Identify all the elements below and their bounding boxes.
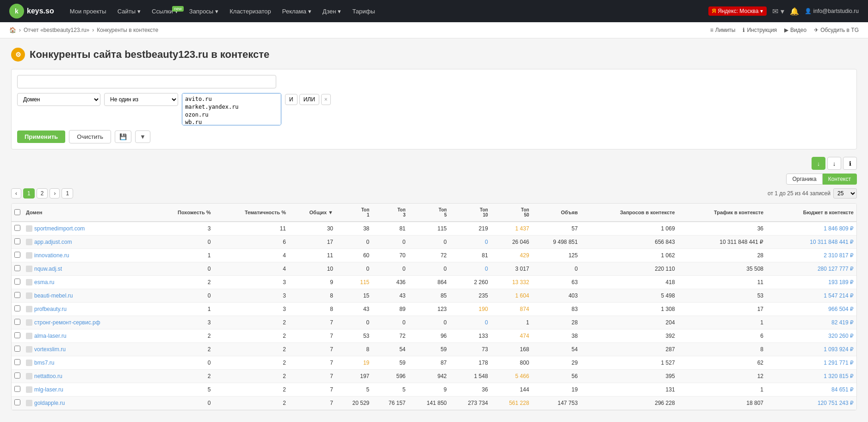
domain-link[interactable]: alma-laser.ru: [26, 333, 149, 339]
domain-textarea[interactable]: avito.ru market.yandex.ru ozon.ru wb.ru …: [182, 93, 281, 125]
apply-button[interactable]: Применить: [17, 130, 65, 143]
select-all-checkbox[interactable]: [14, 209, 20, 215]
domain-link[interactable]: nquw.adj.st: [26, 266, 149, 272]
video-action[interactable]: ▶ Видео: [784, 27, 806, 33]
table-cell: 144: [491, 383, 532, 397]
header: k keys.so Мои проекты Сайты ▾ Ссылки ▾ n…: [0, 0, 868, 22]
instruction-action[interactable]: ℹ Инструкция: [743, 27, 777, 33]
export-button[interactable]: ↓: [827, 157, 841, 170]
table-cell: 4: [213, 249, 289, 262]
col-top10: Топ10: [450, 204, 491, 222]
or-button[interactable]: ИЛИ: [299, 94, 319, 105]
table-cell: 0: [450, 262, 491, 276]
table-cell: 1 846 809 ₽: [766, 222, 856, 236]
nav-item-cluster[interactable]: Кластеризатор: [225, 5, 276, 18]
row-checkbox[interactable]: [14, 292, 20, 298]
nav-item-dzen[interactable]: Дзен ▾: [318, 5, 346, 18]
page-1-button[interactable]: 1: [23, 188, 35, 199]
table-cell: 10 311 848 441 ₽: [766, 236, 856, 249]
nav-item-tariffs[interactable]: Тарифы: [347, 5, 379, 18]
domain-cell: nettattoo.ru: [23, 370, 151, 383]
table-cell: 7: [289, 356, 336, 370]
reset-button[interactable]: Очистить: [69, 130, 111, 143]
table-cell: 11: [213, 222, 289, 236]
row-checkbox[interactable]: [14, 238, 20, 244]
user-info[interactable]: 👤 info@bartstudio.ru: [805, 8, 859, 14]
domain-link[interactable]: vortexslim.ru: [26, 346, 149, 353]
nav-item-sites[interactable]: Сайты ▾: [113, 5, 145, 18]
domain-link[interactable]: bms7.ru: [26, 360, 149, 366]
row-checkbox[interactable]: [14, 279, 20, 285]
domain-link[interactable]: esma.ru: [26, 279, 149, 285]
prev-page-button[interactable]: ‹: [11, 188, 21, 199]
context-view-button[interactable]: Контекст: [823, 174, 857, 185]
table-cell: 30: [289, 222, 336, 236]
table-cell: 1 062: [581, 249, 678, 262]
domain-link[interactable]: nettattoo.ru: [26, 373, 149, 379]
domain-link[interactable]: beauti-mebel.ru: [26, 292, 149, 299]
organic-view-button[interactable]: Органика: [786, 174, 822, 185]
info-button[interactable]: ℹ: [843, 157, 857, 170]
next-page-button[interactable]: ›: [50, 188, 60, 199]
domain-link[interactable]: profbeauty.ru: [26, 306, 149, 312]
row-checkbox[interactable]: [14, 319, 20, 325]
table-cell: 0: [336, 316, 372, 329]
row-checkbox[interactable]: [14, 252, 20, 258]
nav-item-queries[interactable]: Запросы ▾: [185, 5, 223, 18]
table-cell: 53: [336, 329, 372, 343]
clear-filter-button[interactable]: ×: [321, 94, 331, 105]
row-checkbox[interactable]: [14, 225, 20, 231]
header-right: Я Яндекс: Москва ▾ ✉ ▾ 🔔 👤 info@bartstud…: [708, 6, 859, 16]
logo[interactable]: k keys.so: [9, 4, 54, 19]
domain-link[interactable]: mlg-laser.ru: [26, 386, 149, 393]
table-cell: 9: [409, 383, 450, 397]
domain-link[interactable]: стронг-ремонт-сервис.рф: [26, 319, 149, 326]
table-cell: 5 498: [581, 289, 678, 303]
tg-action[interactable]: ✈ Обсудить в TG: [814, 27, 859, 33]
row-checkbox-cell: [12, 262, 23, 276]
domain-link[interactable]: innovatione.ru: [26, 252, 149, 259]
nav-item-links[interactable]: Ссылки ▾ new: [147, 5, 183, 18]
row-checkbox[interactable]: [14, 305, 20, 311]
and-button[interactable]: И: [285, 94, 298, 105]
table-cell: 2: [213, 329, 289, 343]
favicon: [26, 373, 32, 379]
domain-link[interactable]: goldapple.ru: [26, 400, 149, 406]
save-filter-icon[interactable]: 💾: [115, 130, 131, 143]
domain-link[interactable]: sportmedimport.com: [26, 225, 149, 232]
row-checkbox[interactable]: [14, 399, 20, 405]
filter-icon-extra[interactable]: ▼: [135, 130, 150, 143]
nav-item-projects[interactable]: Мои проекты: [65, 5, 111, 18]
table-cell: 10 311 848 441 ₽: [678, 236, 766, 249]
nav-item-ads[interactable]: Реклама ▾: [278, 5, 316, 18]
search-input[interactable]: [17, 75, 276, 88]
per-page-select[interactable]: 25 50 100: [833, 188, 857, 199]
table-cell: 56: [532, 370, 581, 383]
row-checkbox[interactable]: [14, 359, 20, 365]
export-green-button[interactable]: ↓: [812, 157, 825, 170]
breadcrumb-report-link[interactable]: Отчет «bestbeauty123.ru»: [24, 27, 89, 33]
table-cell: 125: [532, 249, 581, 262]
row-checkbox[interactable]: [14, 332, 20, 338]
condition-select[interactable]: Не один из: [104, 93, 178, 106]
row-checkbox[interactable]: [14, 386, 20, 392]
yandex-badge[interactable]: Я Яндекс: Москва ▾: [708, 6, 767, 16]
row-checkbox[interactable]: [14, 346, 20, 352]
col-common[interactable]: Общих ▼: [289, 204, 336, 222]
table-cell: 219: [450, 222, 491, 236]
search-wrapper: [17, 75, 276, 88]
last-page-button[interactable]: 1: [62, 188, 73, 199]
mail-icon[interactable]: ✉ ▾: [772, 7, 784, 16]
row-checkbox[interactable]: [14, 265, 20, 271]
row-checkbox[interactable]: [14, 372, 20, 379]
favicon: [26, 252, 32, 259]
domain-link[interactable]: app.adjust.com: [26, 239, 149, 245]
table-cell: 4: [213, 262, 289, 276]
table-cell: 2: [213, 343, 289, 356]
page-2-button[interactable]: 2: [37, 188, 48, 199]
limits-action[interactable]: ≡ Лимиты: [710, 27, 736, 33]
home-icon[interactable]: 🏠: [9, 27, 16, 33]
bell-icon[interactable]: 🔔: [790, 7, 799, 16]
table-row: nettattoo.ru2271975969421 5485 466563951…: [12, 370, 856, 383]
domain-filter-select[interactable]: Домен: [17, 93, 100, 106]
